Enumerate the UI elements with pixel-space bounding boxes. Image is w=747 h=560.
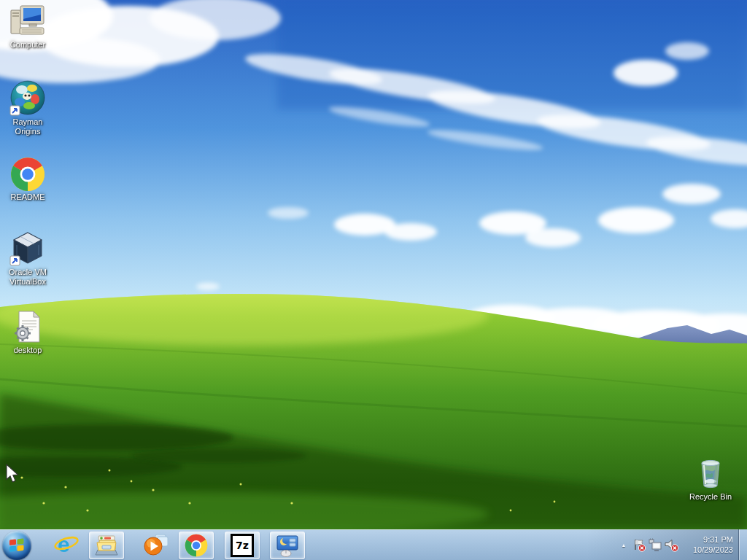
- desktop-icon-desktop-ini[interactable]: desktop: [0, 308, 55, 355]
- show-hidden-icons-button[interactable]: ▲: [618, 539, 630, 551]
- action-center-tray-button[interactable]: [631, 537, 647, 552]
- taskbar-button-internet-explorer[interactable]: e: [51, 532, 82, 557]
- volume-muted-icon: [664, 538, 679, 552]
- desktop-icon-virtualbox[interactable]: Oracle VM VirtualBox: [0, 230, 55, 287]
- clock-date: 10/29/2023: [679, 545, 733, 555]
- start-button[interactable]: [2, 531, 31, 560]
- media-player-icon: [142, 532, 169, 557]
- bliss-wallpaper: [0, 0, 747, 529]
- wired-network-icon: [648, 538, 662, 551]
- taskbar-button-chrome[interactable]: [179, 532, 214, 559]
- desktop-icon-recycle-bin[interactable]: Recycle Bin: [683, 455, 738, 502]
- desktop-icon-readme[interactable]: README: [0, 155, 55, 202]
- network-tray-button[interactable]: [647, 537, 663, 552]
- taskbar-button-display-settings[interactable]: [270, 532, 305, 559]
- action-center-flag-error-icon: [632, 538, 646, 552]
- desktop-root: { "wallpaper": { "name": "bliss-green-hi…: [0, 0, 747, 560]
- computer-icon: [10, 4, 45, 39]
- icon-label: Oracle VM VirtualBox: [1, 268, 54, 287]
- desktop-icon-computer[interactable]: Computer: [0, 3, 55, 50]
- 7zip-icon: 7z: [231, 534, 254, 557]
- taskbar: e: [0, 529, 747, 560]
- tray-clock[interactable]: 9:31 PM 10/29/2023: [679, 534, 736, 555]
- chrome-icon: [185, 534, 208, 557]
- rayman-origins-icon: [9, 80, 46, 117]
- icon-label: Recycle Bin: [689, 492, 732, 502]
- windows-explorer-icon: [94, 534, 119, 556]
- taskbar-button-media-player[interactable]: [140, 532, 171, 557]
- svg-text:e: e: [58, 532, 70, 556]
- icon-label: README: [10, 192, 44, 202]
- config-file-gear-icon: [11, 310, 44, 345]
- icon-label: Rayman Origins: [1, 117, 54, 136]
- clock-time: 9:31 PM: [679, 534, 733, 545]
- desktop-icon-rayman-origins[interactable]: Rayman Origins: [0, 80, 55, 136]
- volume-tray-button[interactable]: [663, 537, 679, 552]
- display-settings-icon: [275, 534, 300, 557]
- chrome-file-icon: [10, 157, 45, 192]
- chevron-up-icon: ▲: [622, 542, 627, 548]
- show-desktop-button[interactable]: [738, 529, 747, 560]
- system-tray: ▲: [618, 529, 747, 560]
- taskbar-button-windows-explorer[interactable]: [89, 532, 124, 559]
- taskbar-button-7zip[interactable]: 7z: [225, 532, 260, 559]
- internet-explorer-icon: e: [53, 532, 80, 557]
- 7zip-glyph: 7z: [236, 540, 249, 551]
- recycle-bin-icon: [693, 455, 728, 491]
- icon-label: Computer: [10, 40, 45, 50]
- virtualbox-icon: [9, 230, 46, 267]
- windows-logo-icon: [9, 538, 25, 553]
- icon-label: desktop: [14, 346, 42, 355]
